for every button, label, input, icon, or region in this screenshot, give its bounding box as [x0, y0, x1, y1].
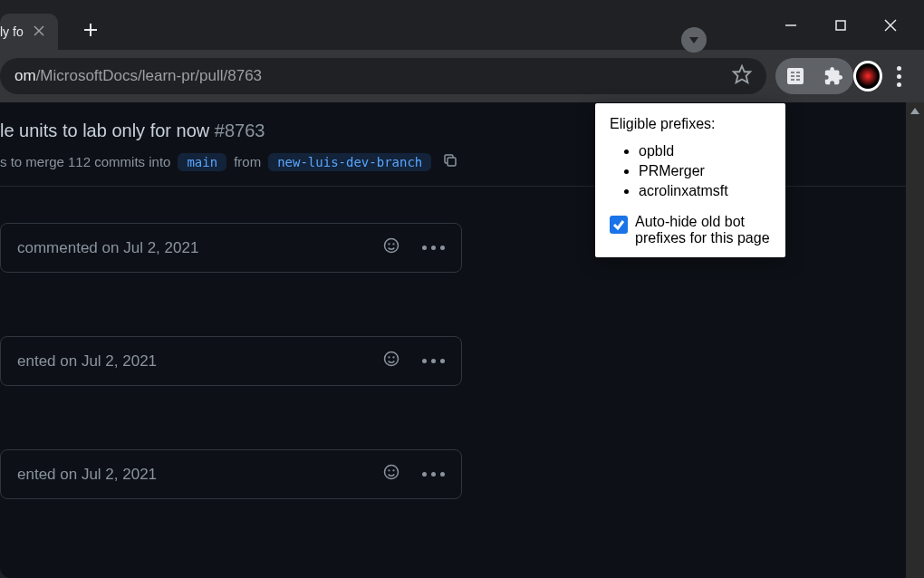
- svg-point-18: [385, 239, 399, 253]
- from-text: from: [234, 154, 261, 169]
- svg-marker-9: [734, 65, 750, 82]
- browser-tab[interactable]: ly fo: [0, 14, 58, 50]
- scrollbar[interactable]: [906, 102, 924, 578]
- svg-point-26: [393, 470, 394, 471]
- comment-actions: [382, 236, 445, 259]
- comment-actions: [382, 463, 445, 486]
- checkbox-label: Auto-hide old bot prefixes for this page: [635, 214, 771, 246]
- comment-menu-icon[interactable]: [422, 472, 445, 477]
- checkbox-checked-icon[interactable]: [610, 216, 628, 234]
- tab-title: ly fo: [0, 24, 24, 39]
- page-content: le units to lab only for now #8763 s to …: [0, 102, 924, 578]
- pr-title-row: le units to lab only for now #8763: [0, 120, 924, 141]
- comment-menu-icon[interactable]: [422, 246, 445, 250]
- address-bar-row: om /MicrosoftDocs/learn-pr/pull/8763: [0, 50, 924, 102]
- prefix-item: acrolinxatmsft: [639, 183, 771, 199]
- browser-menu-button[interactable]: [882, 60, 915, 92]
- copy-branch-icon[interactable]: [442, 152, 458, 171]
- extension-popup: Eligible prefixes: opbld PRMerger acroli…: [595, 103, 785, 257]
- prefix-list: opbld PRMerger acrolinxatmsft: [610, 143, 771, 199]
- close-tab-icon[interactable]: [33, 23, 45, 42]
- base-branch-pill[interactable]: main: [178, 153, 226, 171]
- svg-rect-17: [448, 158, 456, 166]
- svg-point-23: [393, 357, 394, 358]
- extensions-puzzle-icon[interactable]: [819, 62, 848, 91]
- emoji-reaction-icon[interactable]: [382, 463, 400, 486]
- new-tab-button[interactable]: [76, 15, 105, 44]
- pr-number: #8763: [215, 120, 265, 140]
- timeline: commented on Jul 2, 2021 ented on Jul 2,…: [0, 187, 924, 499]
- merge-text: s to merge 112 commits into: [0, 154, 170, 169]
- extension-pill: [775, 58, 853, 94]
- svg-marker-4: [689, 37, 698, 43]
- popup-title: Eligible prefixes:: [610, 116, 771, 132]
- omnibox[interactable]: om /MicrosoftDocs/learn-pr/pull/8763: [0, 58, 766, 94]
- svg-point-21: [385, 352, 399, 366]
- comment-meta: commented on Jul 2, 2021: [17, 239, 198, 257]
- prefix-item: PRMerger: [639, 163, 771, 179]
- comment-meta: ented on Jul 2, 2021: [17, 466, 157, 484]
- url-host-fragment: om: [14, 67, 36, 85]
- auto-hide-checkbox-row[interactable]: Auto-hide old bot prefixes for this page: [610, 214, 771, 246]
- scroll-up-arrow-icon[interactable]: [906, 102, 924, 120]
- profile-avatar-icon[interactable]: [853, 62, 882, 91]
- pr-header: le units to lab only for now #8763 s to …: [0, 102, 924, 187]
- comment-header: commented on Jul 2, 2021: [0, 223, 462, 273]
- svg-marker-27: [910, 108, 919, 114]
- svg-rect-6: [836, 21, 845, 30]
- svg-point-24: [385, 466, 399, 479]
- comment-header: ented on Jul 2, 2021: [0, 449, 462, 499]
- bookmark-star-icon[interactable]: [732, 64, 752, 89]
- svg-point-25: [389, 470, 390, 471]
- comment-actions: [382, 350, 445, 372]
- maximize-button[interactable]: [815, 5, 865, 45]
- reader-extension-icon[interactable]: [781, 62, 810, 91]
- url-path: /MicrosoftDocs/learn-pr/pull/8763: [36, 67, 262, 85]
- emoji-reaction-icon[interactable]: [382, 350, 400, 372]
- svg-point-20: [393, 244, 394, 245]
- comment-meta: ented on Jul 2, 2021: [17, 352, 157, 371]
- tab-search-icon[interactable]: [681, 27, 707, 53]
- svg-point-22: [389, 357, 390, 358]
- svg-rect-10: [787, 68, 804, 84]
- minimize-button[interactable]: [765, 5, 815, 45]
- window-controls: [765, 0, 924, 50]
- close-window-button[interactable]: [865, 5, 915, 45]
- emoji-reaction-icon[interactable]: [382, 236, 400, 259]
- prefix-item: opbld: [639, 143, 771, 159]
- comment-menu-icon[interactable]: [422, 359, 445, 363]
- head-branch-pill[interactable]: new-luis-dev-branch: [268, 153, 431, 171]
- comment-header: ented on Jul 2, 2021: [0, 336, 462, 386]
- svg-point-19: [389, 244, 390, 245]
- pr-meta: s to merge 112 commits into main from ne…: [0, 152, 924, 171]
- pr-title: le units to lab only for now: [0, 120, 209, 140]
